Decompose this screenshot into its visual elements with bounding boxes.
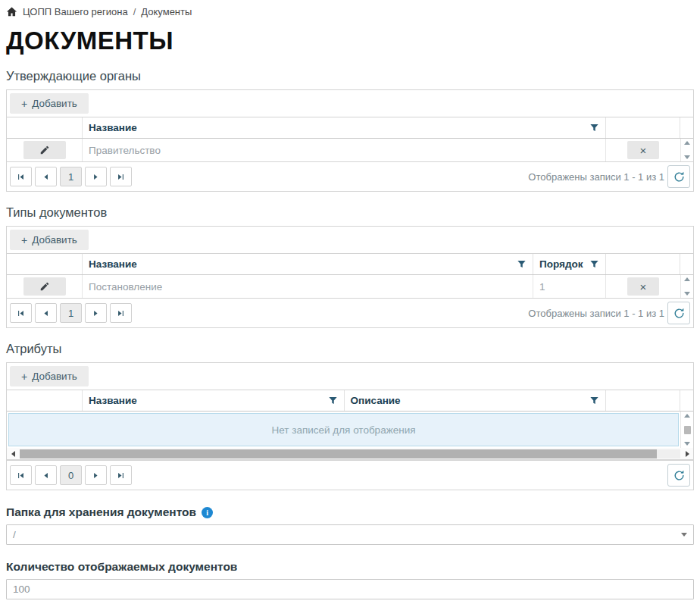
pager-next-button[interactable] <box>85 303 107 323</box>
attributes-description-column-header: Описание <box>345 390 607 411</box>
last-page-icon <box>117 309 125 318</box>
attributes-pager: 0 <box>7 460 693 490</box>
edit-row-button[interactable] <box>23 141 66 159</box>
scroll-down-icon[interactable] <box>684 442 690 446</box>
section-title-attributes: Атрибуты <box>6 342 694 356</box>
pager-prev-button[interactable] <box>35 167 57 186</box>
docs-count-input[interactable] <box>6 579 694 599</box>
section-title-doc-types: Типы документов <box>6 205 694 220</box>
column-label-name: Название <box>89 258 137 270</box>
refresh-icon <box>673 307 686 320</box>
horizontal-scroll-track[interactable] <box>20 449 680 458</box>
pager-current-page[interactable]: 0 <box>60 465 82 485</box>
pager-prev-button[interactable] <box>35 465 57 485</box>
refresh-button[interactable] <box>667 302 690 324</box>
add-button-label: Добавить <box>32 371 77 382</box>
home-icon[interactable] <box>6 6 17 17</box>
scroll-up-icon[interactable] <box>684 141 690 145</box>
pencil-icon <box>39 281 50 292</box>
doc-types-order-column-header: Порядок <box>533 254 606 274</box>
next-page-icon <box>92 471 100 480</box>
refresh-button[interactable] <box>667 464 690 487</box>
refresh-icon <box>673 469 686 482</box>
doc-types-edit-column-header <box>7 254 83 274</box>
approving-actions-column-header <box>606 117 680 138</box>
attributes-name-column-header: Название <box>83 390 345 411</box>
last-page-icon <box>117 173 125 181</box>
attributes-vertical-scrollbar[interactable] <box>680 412 693 448</box>
pager-last-button[interactable] <box>110 303 132 323</box>
scroll-right-icon[interactable] <box>681 448 693 460</box>
filter-icon[interactable] <box>589 396 599 405</box>
horizontal-scroll-thumb[interactable] <box>20 449 657 458</box>
folder-label-row: Папка для хранения документов i <box>6 505 694 519</box>
pager-next-button[interactable] <box>85 167 107 186</box>
doc-types-actions-column-header <box>606 254 680 274</box>
scroll-down-icon[interactable] <box>684 292 690 296</box>
scroll-up-icon[interactable] <box>684 277 690 281</box>
pager-current-page[interactable]: 1 <box>60 167 82 186</box>
section-approving-bodies: Утверждающие органы + Добавить Название <box>6 69 694 192</box>
filter-icon[interactable] <box>328 396 338 405</box>
approving-vertical-scrollbar[interactable] <box>680 139 693 161</box>
page-title: ДОКУМЕНТЫ <box>6 27 694 55</box>
first-page-icon <box>17 173 25 181</box>
filter-icon[interactable] <box>589 123 599 133</box>
breadcrumb-root-link[interactable]: ЦОПП Вашего региона <box>23 6 128 17</box>
doc-types-row-order: 1 <box>533 275 606 298</box>
scroll-up-icon[interactable] <box>684 414 690 418</box>
delete-row-button[interactable]: × <box>627 277 659 296</box>
edit-row-button[interactable] <box>23 277 66 296</box>
pager-first-button[interactable] <box>10 465 32 485</box>
pager-prev-button[interactable] <box>35 303 57 323</box>
first-page-icon <box>17 309 25 318</box>
delete-row-button[interactable]: × <box>627 141 659 159</box>
attributes-actions-column-header <box>606 390 680 411</box>
plus-icon: + <box>21 371 27 382</box>
doc-types-vertical-scrollbar[interactable] <box>680 275 693 298</box>
pager-last-button[interactable] <box>110 465 132 485</box>
column-label-order: Порядок <box>539 258 583 270</box>
add-attribute-button[interactable]: + Добавить <box>10 366 89 386</box>
approving-grid: + Добавить Название Правительство <box>6 89 694 192</box>
attributes-horizontal-scrollbar[interactable] <box>7 448 693 460</box>
add-approving-button[interactable]: + Добавить <box>10 93 89 114</box>
add-button-label: Добавить <box>32 98 77 109</box>
approving-toolbar: + Добавить <box>7 90 693 117</box>
add-doc-type-button[interactable]: + Добавить <box>10 230 89 250</box>
column-label-description: Описание <box>351 395 401 406</box>
pager-last-button[interactable] <box>110 167 132 186</box>
doc-types-row-actions: × <box>606 275 680 298</box>
column-label-name: Название <box>89 395 137 406</box>
doc-types-header-scroll-spacer <box>680 254 693 274</box>
folder-select[interactable]: / <box>6 524 694 545</box>
filter-icon[interactable] <box>589 259 599 269</box>
empty-state-message: Нет записей для отображения <box>8 413 679 446</box>
last-page-icon <box>117 471 125 480</box>
pager-first-button[interactable] <box>10 303 32 323</box>
folder-select-value: / <box>13 529 16 540</box>
attributes-toolbar: + Добавить <box>7 363 693 390</box>
info-icon[interactable]: i <box>202 507 213 518</box>
doc-types-row-name: Постановление <box>83 275 533 298</box>
refresh-button[interactable] <box>667 165 690 188</box>
scroll-down-icon[interactable] <box>684 155 690 159</box>
plus-icon: + <box>21 235 27 246</box>
section-title-approving: Утверждающие органы <box>6 69 694 83</box>
pager-first-button[interactable] <box>10 167 32 186</box>
approving-edit-column-header <box>7 117 83 138</box>
attributes-edit-column-header <box>7 390 83 411</box>
scrollbar-thumb[interactable] <box>684 426 691 434</box>
doc-types-row-edit-cell <box>7 275 83 298</box>
attributes-header-scroll-spacer <box>680 390 693 411</box>
empty-state-wrap: Нет записей для отображения <box>7 412 680 448</box>
pager-next-button[interactable] <box>85 465 107 485</box>
approving-header-row: Название <box>7 117 693 139</box>
attributes-header-row: Название Описание <box>7 390 693 412</box>
column-label-name: Название <box>89 122 137 133</box>
scroll-left-icon[interactable] <box>7 448 19 460</box>
pager-current-page[interactable]: 1 <box>60 303 82 323</box>
filter-icon[interactable] <box>517 259 527 269</box>
prev-page-icon <box>42 309 50 318</box>
section-document-types: Типы документов + Добавить Название Поря… <box>6 205 694 328</box>
